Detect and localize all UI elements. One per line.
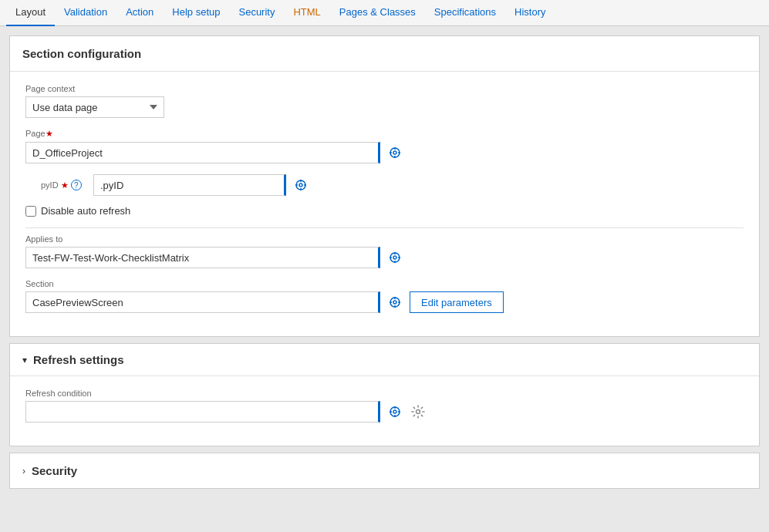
refresh-settings-body: Refresh condition	[10, 376, 759, 446]
disable-auto-refresh-checkbox[interactable]	[25, 206, 36, 217]
svg-point-13	[393, 256, 396, 259]
refresh-settings-header[interactable]: ▾ Refresh settings	[10, 344, 759, 376]
disable-auto-refresh-label[interactable]: Disable auto refresh	[41, 205, 130, 217]
refresh-condition-field-row	[25, 401, 744, 423]
tab-layout[interactable]: Layout	[6, 0, 55, 26]
security-chevron-right-icon: ›	[22, 466, 25, 476]
pyid-label: pyID ★ ?	[41, 180, 87, 190]
main-content: Section configuration Page context Use d…	[0, 26, 769, 532]
applies-to-field-row	[25, 247, 744, 268]
refresh-condition-label: Refresh condition	[25, 389, 744, 398]
section-group: Section Edit parameters	[25, 279, 744, 313]
section-config-body: Page context Use data page Use page Use …	[10, 72, 759, 336]
refresh-settings-panel: ▾ Refresh settings Refresh condition	[9, 343, 760, 446]
pyid-row: pyID ★ ?	[41, 174, 744, 196]
section-target-icon[interactable]	[386, 294, 403, 311]
refresh-settings-title: Refresh settings	[33, 353, 124, 366]
tab-html[interactable]: HTML	[284, 0, 329, 26]
edit-parameters-button[interactable]: Edit parameters	[410, 291, 504, 313]
applies-to-label: Applies to	[25, 234, 744, 244]
svg-point-30	[417, 410, 420, 414]
svg-point-25	[393, 410, 396, 413]
refresh-condition-input[interactable]	[25, 401, 380, 423]
security-title: Security	[32, 464, 77, 477]
applies-to-target-icon[interactable]	[386, 249, 403, 266]
svg-point-7	[299, 184, 302, 187]
section-config-panel: Section configuration Page context Use d…	[9, 35, 760, 337]
refresh-settings-chevron-down-icon: ▾	[22, 355, 27, 365]
page-context-select[interactable]: Use data page Use page Use clipboard	[25, 96, 164, 118]
page-label: Page★	[25, 129, 744, 139]
pyid-target-icon[interactable]	[292, 177, 309, 194]
section-label: Section	[25, 279, 744, 288]
pyid-required-star: ★	[61, 180, 69, 190]
security-header[interactable]: › Security	[10, 453, 759, 488]
page-field-row	[25, 142, 744, 163]
tab-pages-classes[interactable]: Pages & Classes	[330, 0, 425, 26]
page-required-star: ★	[46, 129, 53, 138]
refresh-condition-gear-icon[interactable]	[410, 403, 427, 420]
disable-auto-refresh-group: Disable auto refresh	[25, 205, 744, 217]
page-input[interactable]	[25, 142, 380, 163]
tab-help-setup[interactable]: Help setup	[163, 0, 229, 26]
page-target-icon[interactable]	[386, 144, 403, 161]
svg-point-19	[393, 301, 396, 304]
tab-history[interactable]: History	[505, 0, 555, 26]
page-context-group: Page context Use data page Use page Use …	[25, 84, 744, 118]
pyid-input[interactable]	[93, 174, 286, 196]
refresh-condition-target-icon[interactable]	[386, 403, 403, 420]
applies-to-group: Applies to	[25, 234, 744, 268]
divider-1	[25, 227, 744, 228]
section-config-title: Section configuration	[10, 36, 759, 72]
pyid-help-icon[interactable]: ?	[71, 180, 82, 190]
security-panel: › Security	[9, 453, 760, 489]
tab-validation[interactable]: Validation	[55, 0, 116, 26]
nav-tabs: Layout Validation Action Help setup Secu…	[0, 0, 769, 26]
page-group: Page★	[25, 129, 744, 163]
svg-point-1	[393, 151, 396, 154]
applies-to-input[interactable]	[25, 247, 380, 268]
page-context-label: Page context	[25, 84, 744, 93]
refresh-condition-group: Refresh condition	[25, 389, 744, 423]
tab-specifications[interactable]: Specifications	[425, 0, 505, 26]
section-input[interactable]	[25, 291, 380, 313]
section-field-row: Edit parameters	[25, 291, 744, 313]
tab-action[interactable]: Action	[116, 0, 163, 26]
tab-security[interactable]: Security	[229, 0, 284, 26]
